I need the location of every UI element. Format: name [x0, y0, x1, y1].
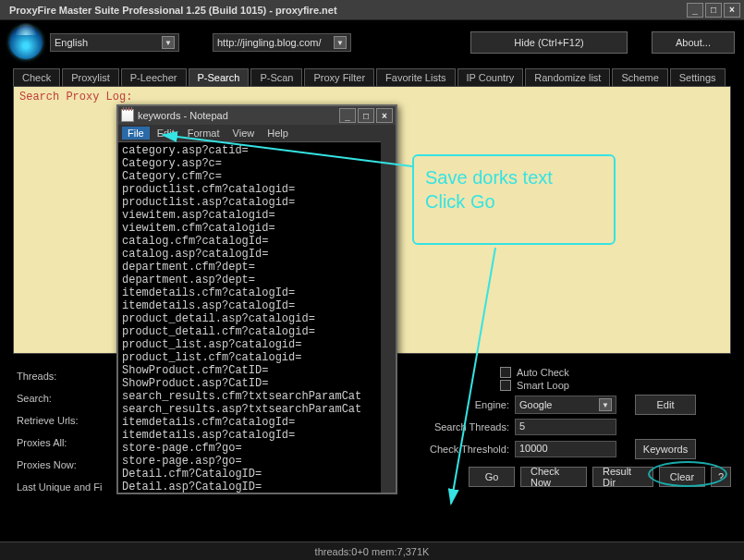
close-button[interactable]: × — [724, 3, 740, 18]
notepad-menu-edit[interactable]: Edit — [152, 127, 180, 140]
engine-select[interactable]: Google ▼ — [515, 396, 616, 414]
chevron-down-icon: ▼ — [599, 398, 612, 411]
log-label: Search Proxy Log: — [19, 91, 132, 103]
titlebar: ProxyFire Master Suite Professional 1.25… — [0, 0, 744, 20]
tab-check[interactable]: Check — [13, 68, 60, 86]
tab-proxylist[interactable]: Proxylist — [62, 68, 119, 86]
checkbox-icon — [500, 380, 511, 391]
check-threshold-input[interactable]: 10000 — [515, 441, 616, 457]
tab-ip-country[interactable]: IP Country — [457, 68, 524, 86]
tab-p-leecher[interactable]: P-Leecher — [121, 68, 187, 86]
annotation-callout: Save dorks text Click Go — [412, 154, 616, 245]
about-button[interactable]: About... — [652, 31, 735, 54]
check-threshold-label: Check Threshold: — [417, 444, 509, 455]
hide-button[interactable]: Hide (Ctrl+F12) — [470, 31, 628, 54]
notepad-close-button[interactable]: × — [376, 108, 393, 123]
tab-favorite-lists[interactable]: Favorite Lists — [376, 68, 455, 86]
language-select[interactable]: English ▼ — [50, 33, 179, 52]
url-value: http://jingling.blog.com/ — [217, 37, 322, 48]
language-value: English — [55, 37, 88, 48]
checkbox-icon — [500, 367, 511, 378]
notepad-menu-format[interactable]: Format — [182, 127, 226, 140]
notepad-scrollbar[interactable] — [381, 141, 396, 493]
window-title: ProxyFire Master Suite Professional 1.25… — [4, 5, 337, 16]
window-controls: _ □ × — [687, 3, 740, 18]
top-toolbar: English ▼ http://jingling.blog.com/ ▼ Hi… — [0, 20, 744, 65]
status-text: threads:0+0 mem:7,371K — [315, 546, 430, 557]
tab-bar: CheckProxylistP-LeecherP-SearchP-ScanPro… — [0, 65, 744, 86]
result-dir-button[interactable]: Result Dir — [592, 467, 653, 487]
tab-p-search[interactable]: P-Search — [189, 68, 250, 86]
tab-proxy-filter[interactable]: Proxy Filter — [304, 68, 374, 86]
notepad-window[interactable]: keywords - Notepad _ □ × FileEditFormatV… — [116, 104, 397, 494]
notepad-textarea[interactable]: category.asp?catid= Category.asp?c= Cate… — [118, 141, 381, 493]
go-button[interactable]: Go — [469, 467, 515, 487]
notepad-icon — [121, 109, 134, 122]
keywords-button[interactable]: Keywords — [635, 439, 696, 459]
engine-label: Engine: — [417, 399, 509, 410]
edit-button[interactable]: Edit — [635, 395, 696, 415]
autocheck-checkbox[interactable]: Auto Check — [500, 367, 731, 378]
tab-scheme[interactable]: Scheme — [612, 68, 667, 86]
check-now-button[interactable]: Check Now — [520, 467, 587, 487]
notepad-titlebar[interactable]: keywords - Notepad _ □ × — [118, 106, 396, 125]
notepad-maximize-button[interactable]: □ — [358, 108, 374, 123]
chevron-down-icon: ▼ — [334, 36, 347, 49]
tab-p-scan[interactable]: P-Scan — [250, 68, 302, 86]
notepad-menu-file[interactable]: File — [122, 127, 150, 140]
smartloop-checkbox[interactable]: Smart Loop — [500, 380, 731, 391]
chevron-down-icon: ▼ — [162, 36, 175, 49]
maximize-button[interactable]: □ — [705, 3, 722, 18]
annotation-keywords-circle — [648, 461, 727, 487]
notepad-menu-help[interactable]: Help — [262, 127, 294, 140]
search-threads-label: Search Threads: — [417, 421, 509, 432]
tab-randomize-list[interactable]: Randomize list — [525, 68, 610, 86]
notepad-menu-view[interactable]: View — [227, 127, 261, 140]
notepad-title: keywords - Notepad — [138, 110, 228, 121]
notepad-minimize-button[interactable]: _ — [339, 108, 356, 123]
tab-settings[interactable]: Settings — [670, 68, 726, 86]
minimize-button[interactable]: _ — [687, 3, 703, 18]
status-bar: threads:0+0 mem:7,371K — [0, 542, 744, 560]
app-logo-icon — [9, 26, 43, 59]
url-select[interactable]: http://jingling.blog.com/ ▼ — [213, 33, 351, 52]
search-threads-input[interactable]: 5 — [515, 419, 616, 435]
notepad-menubar: FileEditFormatViewHelp — [118, 125, 396, 141]
